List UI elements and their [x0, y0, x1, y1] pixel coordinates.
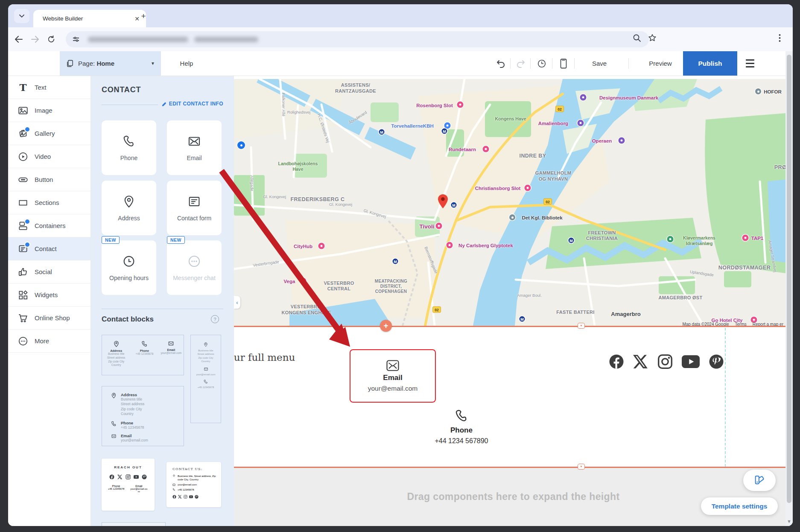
sidebar-item-online-shop[interactable]: Online Shop — [8, 307, 91, 330]
sidebar-item-widgets[interactable]: Widgets — [8, 284, 91, 307]
section-collapse-chip[interactable]: ▾ — [578, 464, 585, 470]
map-label: Falkoner Allé — [281, 93, 286, 117]
url-omnibox[interactable] — [66, 31, 649, 47]
browser-tab[interactable]: Website Builder ✕ — [33, 10, 146, 27]
page-scrollbar[interactable]: ▼ — [785, 51, 793, 526]
x-icon[interactable] — [633, 354, 648, 369]
reload-button[interactable] — [46, 34, 57, 45]
map-label: Amager Strandvej — [768, 240, 778, 273]
pencil-icon — [161, 101, 167, 107]
sidebar-item-containers[interactable]: Containers — [8, 214, 91, 237]
email-icon — [111, 433, 117, 439]
map-label: TorvehallerneKBH — [391, 123, 433, 129]
map-label: Uplandsgade — [690, 269, 714, 278]
youtube-icon — [134, 474, 139, 479]
template-colors-button[interactable] — [743, 470, 776, 491]
component-tile-address[interactable]: Address — [102, 181, 156, 235]
youtube-icon[interactable] — [682, 354, 700, 369]
sidebar-item-image[interactable]: Image — [8, 99, 91, 122]
map-poi-badge-purple — [619, 137, 625, 144]
template-settings-button[interactable]: Template settings — [701, 497, 778, 515]
chevron-down-icon: ▼ — [151, 61, 155, 66]
sidebar-item-sections[interactable]: Sections — [8, 191, 91, 214]
email-component-highlighted[interactable]: Email your@email.com — [350, 349, 436, 403]
sidebar-item-contact[interactable]: Contact — [8, 237, 91, 260]
tab-strip: Website Builder ✕ + — [8, 4, 793, 27]
pinterest-icon[interactable] — [709, 354, 724, 369]
map-label: Gl. Kongevej — [329, 202, 352, 207]
map-terms-link[interactable]: Terms — [735, 322, 747, 326]
sidebar-item-text[interactable]: TText — [8, 76, 91, 99]
page-selector-label: Page: Home — [78, 60, 114, 67]
sidebar-item-gallery[interactable]: Gallery — [8, 122, 91, 145]
map-label: VESTERBRO — [324, 281, 354, 286]
map-label: TAP1 — [751, 236, 764, 241]
map-label: Ny Carlsberg Glyptotek — [458, 243, 513, 248]
bookmark-star-icon[interactable] — [648, 34, 657, 42]
forward-button[interactable] — [29, 34, 41, 45]
contact-block-list[interactable]: Address Business titleStreet addressZip … — [102, 386, 184, 446]
publish-button[interactable]: Publish — [683, 51, 737, 76]
component-tile-email[interactable]: Email — [167, 120, 222, 175]
facebook-icon[interactable] — [609, 354, 624, 369]
map-label: VESTERBRO/ — [291, 304, 323, 309]
section-collapse-chip[interactable]: ▾ — [578, 323, 585, 329]
add-section-button[interactable]: + — [380, 320, 392, 332]
sidebar-item-label: Containers — [35, 222, 66, 229]
phone-component[interactable]: Phone +44 1234 567890 — [419, 408, 504, 445]
menu-heading-text: our full menu — [234, 352, 295, 363]
save-button[interactable]: Save — [582, 51, 616, 76]
email-value: your@email.com — [368, 385, 418, 392]
sidebar-item-more[interactable]: More — [8, 330, 91, 353]
map-label: CHRISTIANIA — [586, 236, 618, 241]
toolbar-menu-button[interactable] — [742, 51, 759, 76]
panel-collapse-handle[interactable]: ‹ — [234, 296, 240, 309]
map-marker-icon[interactable] — [438, 194, 448, 208]
map-label: Gl. Kongevej — [363, 208, 386, 219]
sidebar-item-label: Sections — [35, 199, 59, 206]
map-label: KONGENS ENGHAVE — [282, 310, 332, 315]
pin-icon — [172, 474, 175, 477]
redo-button[interactable] — [514, 51, 527, 76]
email-icon — [167, 340, 175, 347]
google-map[interactable]: ASSISTENS/RANTZAUSGADERosenborg SlotKong… — [234, 79, 786, 326]
sidebar-item-video[interactable]: Video — [8, 145, 91, 168]
contact-block-contact-us[interactable]: CONTACT US: Business title, Street addre… — [166, 462, 221, 507]
new-tab-button[interactable]: + — [138, 11, 149, 21]
history-button[interactable] — [534, 51, 549, 76]
back-button[interactable] — [13, 34, 24, 45]
zoom-page-icon[interactable] — [633, 34, 641, 42]
contact-block-horizontal[interactable]: Address Business titleStreet addressZip … — [102, 335, 184, 375]
help-button[interactable]: Help — [172, 51, 201, 76]
component-tile-contact-form[interactable]: Contact form — [167, 181, 222, 235]
component-tile-phone[interactable]: Phone — [102, 120, 156, 175]
map-label: COPENHAGEN — [375, 289, 407, 294]
gallery-icon — [18, 128, 29, 139]
tab-search-button[interactable] — [14, 9, 29, 23]
phone-icon — [172, 488, 175, 491]
component-tile-opening-hours[interactable]: NEWOpening hours — [102, 240, 156, 295]
undo-button[interactable] — [494, 51, 507, 76]
contact-block-partial — [102, 522, 166, 526]
scrollbar-thumb[interactable] — [787, 55, 791, 503]
help-icon[interactable]: ? — [211, 315, 219, 323]
tile-label: Messenger chat — [173, 275, 216, 281]
phone-icon — [111, 421, 117, 427]
address-lines: Business titleStreet addressZip code Cit… — [103, 352, 129, 367]
map-report-link[interactable]: Report a map er — [753, 322, 783, 326]
contact-block-vertical-narrow[interactable]: Business titleStreet addressZip code Cit… — [190, 335, 221, 423]
mobile-preview-button[interactable] — [556, 51, 571, 76]
scrollbar-down-arrow[interactable]: ▼ — [785, 519, 793, 524]
edit-contact-info-link[interactable]: EDIT CONTACT INFO — [158, 101, 223, 107]
expand-section[interactable]: Drag components here to expand the heigh… — [234, 468, 793, 526]
sidebar-item-social[interactable]: Social — [8, 260, 91, 284]
preview-button[interactable]: Preview — [639, 51, 682, 76]
sidebar-item-button[interactable]: Button — [8, 168, 91, 191]
contact-block-reach-out[interactable]: REACH OUT Phone+45 12345678 Emailyour@em… — [102, 459, 155, 511]
form-icon — [187, 194, 201, 209]
sidebar-item-label: Contact — [35, 245, 57, 252]
instagram-icon[interactable] — [657, 354, 673, 369]
x-icon — [178, 495, 182, 499]
page-selector[interactable]: Page: Home ▼ — [60, 51, 161, 76]
browser-menu-icon[interactable] — [779, 34, 781, 42]
